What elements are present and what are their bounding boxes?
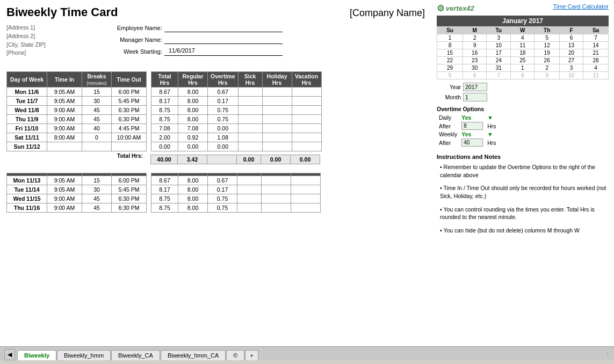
time-in-cell[interactable]: 9:05 AM	[47, 97, 82, 106]
cal-day[interactable]: 27	[560, 57, 583, 64]
cal-day[interactable]: 8	[437, 42, 463, 49]
time-in-cell[interactable]: 9:00 AM	[47, 124, 82, 133]
cal-day[interactable]: 26	[534, 57, 560, 64]
sick-cell[interactable]	[238, 115, 262, 124]
cal-day[interactable]: 5	[437, 72, 463, 79]
time-out-cell[interactable]: 4:45 PM	[112, 124, 147, 133]
breaks-cell[interactable]: 40	[82, 124, 112, 133]
cal-day[interactable]: 18	[511, 49, 534, 57]
add-tab-button[interactable]: +	[245, 350, 258, 360]
time-out-cell[interactable]	[112, 142, 147, 151]
cal-day[interactable]: 9	[534, 72, 560, 79]
tab-biweekly[interactable]: Biweekly	[17, 350, 56, 360]
vacation-cell[interactable]	[291, 176, 321, 185]
cal-day[interactable]: 28	[583, 57, 609, 64]
time-in-cell[interactable]: 8:00 AM	[47, 133, 82, 142]
holiday-cell[interactable]	[262, 106, 292, 115]
time-out-cell[interactable]: 10:00 AM	[112, 133, 147, 142]
three-dots-menu[interactable]: ⋮	[602, 350, 614, 360]
cal-day[interactable]: 15	[437, 49, 463, 57]
cal-day[interactable]: 2	[463, 34, 487, 42]
vacation-cell[interactable]	[291, 185, 321, 194]
time-in-cell[interactable]: 9:05 AM	[47, 176, 82, 185]
vacation-cell[interactable]	[292, 88, 321, 97]
sick-cell[interactable]	[238, 88, 262, 97]
vacation-cell[interactable]	[292, 133, 321, 142]
time-in-cell[interactable]: 9:05 AM	[47, 185, 82, 194]
month-input[interactable]	[463, 93, 487, 101]
breaks-cell[interactable]	[82, 142, 112, 151]
cal-day[interactable]: 7	[583, 34, 609, 42]
cal-day[interactable]: 1	[437, 34, 463, 42]
cal-day[interactable]: 25	[511, 57, 534, 64]
tab-[interactable]: ©	[226, 350, 244, 360]
cal-day[interactable]: 23	[463, 57, 487, 64]
vacation-cell[interactable]	[292, 142, 321, 151]
cal-day[interactable]: 11	[511, 42, 534, 49]
breaks-cell[interactable]: 45	[82, 203, 112, 213]
time-out-cell[interactable]: 6:00 PM	[112, 88, 147, 97]
tab-biweeklyhmm[interactable]: Biweekly_hmm	[57, 350, 111, 360]
vacation-cell[interactable]	[292, 124, 321, 133]
cal-day[interactable]: 19	[534, 49, 560, 57]
vacation-cell[interactable]	[292, 97, 321, 106]
cal-day[interactable]: 21	[583, 49, 609, 57]
manager-input[interactable]	[164, 35, 283, 44]
cal-day[interactable]: 10	[560, 72, 583, 79]
tab-biweeklyhmmca[interactable]: Biweekly_hmm_CA	[161, 350, 226, 360]
time-out-cell[interactable]: 5:45 PM	[112, 185, 147, 194]
sick-cell[interactable]	[237, 185, 262, 194]
vacation-cell[interactable]	[291, 194, 321, 203]
cal-day[interactable]: 11	[583, 72, 609, 79]
sick-cell[interactable]	[238, 142, 262, 151]
scroll-left-button[interactable]: ◀	[4, 349, 15, 360]
tab-biweeklyca[interactable]: Biweekly_CA	[111, 350, 160, 360]
week-starting-input[interactable]: 11/6/2017	[164, 47, 283, 56]
time-out-cell[interactable]: 6:30 PM	[112, 194, 147, 203]
breaks-cell[interactable]: 45	[82, 106, 112, 115]
cal-day[interactable]: 13	[560, 42, 583, 49]
year-input[interactable]	[463, 83, 487, 91]
time-card-calculator-link[interactable]: Time Card Calculator	[553, 3, 609, 10]
cal-day[interactable]: 2	[534, 64, 560, 72]
cal-day[interactable]: 4	[583, 64, 609, 72]
time-in-cell[interactable]	[47, 142, 82, 151]
sick-cell[interactable]	[237, 176, 262, 185]
cal-day[interactable]: 22	[437, 57, 463, 64]
holiday-cell[interactable]	[262, 194, 291, 203]
time-in-cell[interactable]: 9:00 AM	[47, 194, 82, 203]
cal-day[interactable]: 14	[583, 42, 609, 49]
time-in-cell[interactable]: 9:00 AM	[47, 106, 82, 115]
breaks-cell[interactable]: 0	[82, 133, 112, 142]
employee-input[interactable]	[164, 24, 283, 32]
weekly-after-input[interactable]	[461, 139, 483, 147]
holiday-cell[interactable]	[262, 124, 292, 133]
cal-day[interactable]: 17	[487, 49, 511, 57]
time-in-cell[interactable]: 9:00 AM	[47, 115, 82, 124]
cal-day[interactable]: 8	[511, 72, 534, 79]
breaks-cell[interactable]: 45	[82, 115, 112, 124]
time-out-cell[interactable]: 6:30 PM	[112, 203, 147, 213]
cal-day[interactable]: 29	[437, 64, 463, 72]
sick-cell[interactable]	[237, 203, 262, 213]
sick-cell[interactable]	[238, 106, 262, 115]
cal-day[interactable]: 10	[487, 42, 511, 49]
holiday-cell[interactable]	[262, 88, 292, 97]
time-out-cell[interactable]: 5:45 PM	[112, 97, 147, 106]
breaks-cell[interactable]: 45	[82, 194, 112, 203]
breaks-cell[interactable]: 15	[82, 176, 112, 185]
daily-after-input[interactable]	[461, 122, 483, 130]
cal-day[interactable]: 31	[487, 64, 511, 72]
cal-day[interactable]: 3	[487, 34, 511, 42]
sick-cell[interactable]	[238, 124, 262, 133]
vacation-cell[interactable]	[292, 115, 321, 124]
sick-cell[interactable]	[238, 97, 262, 106]
holiday-cell[interactable]	[262, 97, 292, 106]
cal-day[interactable]: 3	[560, 64, 583, 72]
holiday-cell[interactable]	[262, 176, 291, 185]
time-in-cell[interactable]: 9:05 AM	[47, 88, 82, 97]
cal-day[interactable]: 1	[511, 64, 534, 72]
sick-cell[interactable]	[238, 133, 262, 142]
cal-day[interactable]: 5	[534, 34, 560, 42]
breaks-cell[interactable]: 30	[82, 185, 112, 194]
